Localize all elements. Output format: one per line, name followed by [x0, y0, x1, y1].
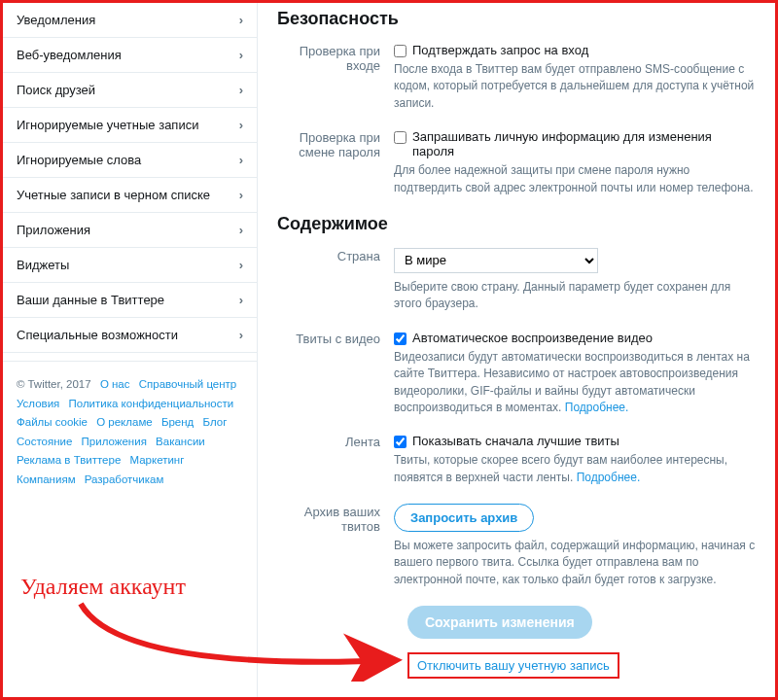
- footer-link[interactable]: Бренд: [161, 416, 194, 428]
- sidebar-item-notifications[interactable]: Уведомления ›: [3, 3, 257, 38]
- settings-main: Безопасность Проверка при входе Подтверж…: [258, 3, 775, 697]
- video-autoplay-checkbox[interactable]: [394, 332, 407, 345]
- footer-link[interactable]: О рекламе: [96, 416, 153, 428]
- footer-link[interactable]: Политика конфиденциальности: [69, 398, 234, 409]
- chevron-right-icon: ›: [239, 328, 243, 342]
- sidebar-item-label: Уведомления: [17, 13, 95, 27]
- footer-link[interactable]: Условия: [17, 398, 59, 409]
- sidebar-item-label: Приложения: [17, 223, 90, 237]
- footer-link[interactable]: Маркетинг: [129, 454, 184, 466]
- chevron-right-icon: ›: [239, 118, 243, 132]
- footer-link[interactable]: Разработчикам: [85, 473, 164, 485]
- deactivate-account-link[interactable]: Отключить вашу учетную запись: [417, 658, 610, 673]
- video-autoplay-checkbox-label[interactable]: Автоматическое воспроизведение видео: [394, 331, 756, 345]
- setting-label: Лента: [277, 434, 394, 486]
- footer-link[interactable]: Вакансии: [156, 436, 205, 447]
- sidebar-item-muted-words[interactable]: Игнорируемые слова ›: [3, 143, 257, 178]
- learn-more-link[interactable]: Подробнее.: [565, 401, 629, 414]
- help-text: Твиты, которые скорее всего будут вам на…: [394, 452, 756, 486]
- chevron-right-icon: ›: [239, 188, 243, 202]
- request-archive-button[interactable]: Запросить архив: [394, 504, 534, 532]
- footer-link[interactable]: Приложения: [82, 436, 147, 447]
- sidebar-item-label: Веб-уведомления: [17, 48, 122, 62]
- setting-label: Проверка при входе: [277, 43, 394, 112]
- sidebar-item-label: Поиск друзей: [17, 83, 95, 97]
- footer-link[interactable]: Справочный центр: [139, 378, 237, 390]
- help-text: Вы можете запросить файл, содержащий инф…: [394, 538, 756, 588]
- login-verify-checkbox-label[interactable]: Подтверждать запрос на вход: [394, 43, 756, 57]
- sidebar-item-label: Игнорируемые учетные записи: [17, 118, 198, 132]
- footer-link[interactable]: Состояние: [17, 436, 72, 447]
- sidebar-item-your-data[interactable]: Ваши данные в Твиттере ›: [3, 283, 257, 318]
- chevron-right-icon: ›: [239, 258, 243, 272]
- password-change-checkbox[interactable]: [394, 131, 407, 144]
- sidebar-item-label: Игнорируемые слова: [17, 153, 141, 167]
- login-verify-checkbox[interactable]: [394, 45, 407, 57]
- chevron-right-icon: ›: [239, 13, 243, 27]
- help-text: Выберите свою страну. Данный параметр бу…: [394, 279, 756, 313]
- content-section-title: Содержимое: [277, 214, 756, 234]
- sidebar-item-accessibility[interactable]: Специальные возможности ›: [3, 318, 257, 353]
- video-autoplay-row: Твиты с видео Автоматическое воспроизвед…: [277, 331, 756, 417]
- footer-link[interactable]: О нас: [100, 378, 130, 390]
- country-row: Страна В мире Выберите свою страну. Данн…: [277, 248, 756, 313]
- sidebar-item-label: Ваши данные в Твиттере: [17, 293, 164, 307]
- annotation-text: Удаляем аккаунт: [20, 574, 186, 600]
- chevron-right-icon: ›: [239, 83, 243, 97]
- timeline-checkbox-label[interactable]: Показывать сначала лучшие твиты: [394, 434, 756, 448]
- help-text: После входа в Твиттер вам будет отправле…: [394, 61, 756, 112]
- checkbox-text: Подтверждать запрос на вход: [412, 43, 588, 57]
- chevron-right-icon: ›: [239, 48, 243, 62]
- timeline-row: Лента Показывать сначала лучшие твиты Тв…: [277, 434, 756, 486]
- sidebar-item-label: Специальные возможности: [17, 328, 178, 342]
- archive-row: Архив ваших твитов Запросить архив Вы мо…: [277, 504, 756, 588]
- sidebar-item-find-friends[interactable]: Поиск друзей ›: [3, 73, 257, 108]
- sidebar-footer: © Twitter, 2017 О нас Справочный центр У…: [3, 361, 257, 503]
- footer-link[interactable]: Компаниям: [17, 473, 76, 485]
- sidebar-item-apps[interactable]: Приложения ›: [3, 213, 257, 248]
- setting-label: Твиты с видео: [277, 331, 394, 417]
- setting-label: Проверка при смене пароля: [277, 129, 394, 196]
- sidebar-item-widgets[interactable]: Виджеты ›: [3, 248, 257, 283]
- password-change-row: Проверка при смене пароля Запрашивать ли…: [277, 129, 756, 196]
- chevron-right-icon: ›: [239, 223, 243, 237]
- country-select[interactable]: В мире: [394, 248, 598, 273]
- setting-label: Страна: [277, 248, 394, 313]
- chevron-right-icon: ›: [239, 293, 243, 307]
- sidebar-item-label: Виджеты: [17, 258, 69, 272]
- setting-label: Архив ваших твитов: [277, 504, 394, 588]
- sidebar-item-web-notifications[interactable]: Веб-уведомления ›: [3, 38, 257, 73]
- nav-list: Уведомления › Веб-уведомления › Поиск др…: [3, 3, 257, 353]
- checkbox-text: Показывать сначала лучшие твиты: [412, 434, 619, 448]
- password-change-checkbox-label[interactable]: Запрашивать личную информацию для измене…: [394, 129, 756, 158]
- chevron-right-icon: ›: [239, 153, 243, 167]
- sidebar-item-blocked-accounts[interactable]: Учетные записи в черном списке ›: [3, 178, 257, 213]
- checkbox-text: Автоматическое воспроизведение видео: [412, 331, 653, 345]
- security-section-title: Безопасность: [277, 9, 756, 29]
- footer-link[interactable]: Реклама в Твиттере: [17, 454, 121, 466]
- help-text: Видеозаписи будут автоматически воспроиз…: [394, 349, 756, 417]
- checkbox-text: Запрашивать личную информацию для измене…: [412, 129, 756, 158]
- sidebar-item-muted-accounts[interactable]: Игнорируемые учетные записи ›: [3, 108, 257, 143]
- save-changes-button[interactable]: Сохранить изменения: [407, 606, 592, 639]
- help-text: Для более надежной защиты при смене паро…: [394, 162, 756, 196]
- sidebar-item-label: Учетные записи в черном списке: [17, 188, 210, 202]
- learn-more-link[interactable]: Подробнее.: [577, 471, 641, 484]
- login-verification-row: Проверка при входе Подтверждать запрос н…: [277, 43, 756, 112]
- deactivate-highlight: Отключить вашу учетную запись: [407, 652, 619, 679]
- footer-link[interactable]: Блог: [203, 416, 228, 428]
- timeline-checkbox[interactable]: [394, 436, 407, 448]
- footer-link: © Twitter, 2017: [17, 378, 91, 390]
- footer-link[interactable]: Файлы cookie: [17, 416, 88, 428]
